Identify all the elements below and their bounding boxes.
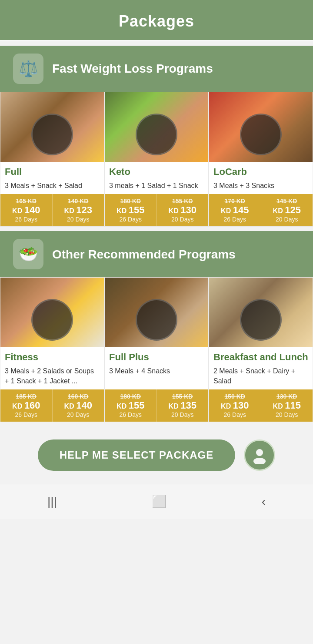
card-title-full: Full: [5, 166, 100, 178]
card-image-fullplus: [105, 278, 208, 347]
price-original-fullplus-0: 180 KD: [107, 393, 154, 400]
price-days-fullplus-0: 26 Days: [107, 411, 154, 418]
price-col-fullplus-1: 155 KD KD 135 20 Days: [157, 389, 209, 422]
card-full[interactable]: Full 3 Meals + Snack + Salad 165 KD KD 1…: [0, 92, 104, 227]
card-title-fitness: Fitness: [5, 352, 100, 363]
price-current-fitness-0: KD 160: [3, 400, 50, 411]
card-desc-fullplus: 3 Meals + 4 Snacks: [109, 366, 204, 376]
price-days-locarb-1: 20 Days: [264, 216, 310, 223]
header-divider: [0, 40, 313, 41]
price-current-locarb-0: KD 145: [212, 205, 258, 216]
card-image-keto: [105, 92, 208, 162]
price-days-full-0: 26 Days: [3, 216, 50, 223]
card-desc-locarb: 3 Meals + 3 Snacks: [213, 181, 308, 191]
card-body-keto: Keto 3 meals + 1 Salad + 1 Snack: [105, 162, 208, 194]
price-days-full-1: 20 Days: [55, 216, 102, 223]
price-col-locarb-0: 170 KD KD 145 26 Days: [209, 194, 261, 226]
card-title-breakfast-lunch: Breakfast and Lunch: [213, 352, 308, 363]
price-original-keto-0: 180 KD: [107, 198, 154, 205]
card-pricing-full: 165 KD KD 140 26 Days 140 KD KD 123 20 D…: [0, 194, 104, 226]
card-image-full: [0, 92, 104, 162]
price-current-full-0: KD 140: [3, 205, 50, 216]
price-days-keto-1: 20 Days: [160, 216, 206, 223]
price-original-full-1: 140 KD: [55, 198, 102, 205]
price-current-fullplus-1: KD 135: [160, 400, 206, 411]
svg-point-0: [256, 449, 263, 456]
section-banner-other-recommended: 🥗 Other Recommended Programs: [0, 231, 313, 277]
card-body-breakfast-lunch: Breakfast and Lunch 2 Meals + Snack + Da…: [209, 347, 313, 389]
price-original-fitness-0: 185 KD: [3, 393, 50, 400]
nav-recent-icon[interactable]: ‹: [262, 495, 266, 509]
price-days-keto-0: 26 Days: [107, 216, 154, 223]
card-body-fitness: Fitness 3 Meals + 2 Salads or Soups + 1 …: [0, 347, 104, 389]
price-days-locarb-0: 26 Days: [212, 216, 258, 223]
price-current-fitness-1: KD 140: [55, 400, 102, 411]
section-banner-fast-weight-loss: ⚖️ Fast Weight Loss Programs: [0, 46, 313, 92]
card-image-fitness: [0, 278, 104, 347]
price-col-fullplus-0: 180 KD KD 155 26 Days: [105, 389, 157, 422]
price-col-locarb-1: 145 KD KD 125 20 Days: [261, 194, 313, 226]
price-current-full-1: KD 123: [55, 205, 102, 216]
sections-container: ⚖️ Fast Weight Loss Programs Full 3 Meal…: [0, 46, 313, 422]
price-current-keto-0: KD 155: [107, 205, 154, 216]
bottom-nav-bar: ||| ⬜ ‹: [0, 484, 313, 519]
card-image-locarb: [209, 92, 313, 162]
price-days-fullplus-1: 20 Days: [160, 411, 206, 418]
price-days-fitness-0: 26 Days: [3, 411, 50, 418]
price-original-breakfast-lunch-1: 130 KD: [264, 393, 310, 400]
price-current-keto-1: KD 130: [160, 205, 206, 216]
price-original-full-0: 165 KD: [3, 198, 50, 205]
card-breakfast-lunch[interactable]: Breakfast and Lunch 2 Meals + Snack + Da…: [209, 277, 313, 422]
card-fitness[interactable]: Fitness 3 Meals + 2 Salads or Soups + 1 …: [0, 277, 104, 422]
price-col-full-0: 165 KD KD 140 26 Days: [0, 194, 53, 226]
card-pricing-breakfast-lunch: 150 KD KD 130 26 Days 130 KD KD 115 20 D…: [209, 389, 313, 422]
cards-grid-other-recommended: Fitness 3 Meals + 2 Salads or Soups + 1 …: [0, 277, 313, 422]
banner-text-other-recommended: Other Recommended Programs: [52, 247, 236, 262]
card-pricing-fitness: 185 KD KD 160 26 Days 160 KD KD 140 20 D…: [0, 389, 104, 422]
help-section: HELP ME SELECT PACKAGE: [0, 422, 313, 484]
price-days-fitness-1: 20 Days: [55, 411, 102, 418]
card-desc-fitness: 3 Meals + 2 Salads or Soups + 1 Snack + …: [5, 366, 100, 386]
price-original-fitness-1: 160 KD: [55, 393, 102, 400]
price-current-locarb-1: KD 125: [264, 205, 310, 216]
nav-home-icon[interactable]: ⬜: [152, 494, 167, 509]
nav-back-icon[interactable]: |||: [47, 495, 57, 509]
banner-text-fast-weight-loss: Fast Weight Loss Programs: [52, 61, 213, 76]
price-original-locarb-1: 145 KD: [264, 198, 310, 205]
price-col-full-1: 140 KD KD 123 20 Days: [53, 194, 104, 226]
card-pricing-keto: 180 KD KD 155 26 Days 155 KD KD 130 20 D…: [105, 194, 208, 226]
card-title-fullplus: Full Plus: [109, 352, 204, 363]
cards-grid-fast-weight-loss: Full 3 Meals + Snack + Salad 165 KD KD 1…: [0, 92, 313, 227]
card-image-breakfast-lunch: [209, 278, 313, 347]
price-col-keto-0: 180 KD KD 155 26 Days: [105, 194, 157, 226]
card-desc-full: 3 Meals + Snack + Salad: [5, 181, 100, 191]
price-col-breakfast-lunch-1: 130 KD KD 115 20 Days: [261, 389, 313, 422]
card-title-locarb: LoCarb: [213, 166, 308, 178]
price-col-breakfast-lunch-0: 150 KD KD 130 26 Days: [209, 389, 261, 422]
card-fullplus[interactable]: Full Plus 3 Meals + 4 Snacks 180 KD KD 1…: [104, 277, 209, 422]
price-days-breakfast-lunch-1: 20 Days: [264, 411, 310, 418]
price-current-fullplus-0: KD 155: [107, 400, 154, 411]
page-title: Packages: [0, 12, 313, 30]
price-current-breakfast-lunch-0: KD 130: [212, 400, 258, 411]
price-col-fitness-1: 160 KD KD 140 20 Days: [53, 389, 104, 422]
price-col-keto-1: 155 KD KD 130 20 Days: [157, 194, 209, 226]
card-desc-keto: 3 meals + 1 Salad + 1 Snack: [109, 181, 204, 191]
price-current-breakfast-lunch-1: KD 115: [264, 400, 310, 411]
card-keto[interactable]: Keto 3 meals + 1 Salad + 1 Snack 180 KD …: [104, 92, 209, 227]
card-locarb[interactable]: LoCarb 3 Meals + 3 Snacks 170 KD KD 145 …: [209, 92, 313, 227]
card-body-full: Full 3 Meals + Snack + Salad: [0, 162, 104, 194]
card-title-keto: Keto: [109, 166, 204, 178]
help-avatar[interactable]: [244, 439, 275, 471]
banner-icon-fast-weight-loss: ⚖️: [13, 54, 43, 84]
price-days-breakfast-lunch-0: 26 Days: [212, 411, 258, 418]
svg-point-1: [253, 458, 266, 464]
page-header: Packages: [0, 0, 313, 40]
card-pricing-locarb: 170 KD KD 145 26 Days 145 KD KD 125 20 D…: [209, 194, 313, 226]
help-select-package-button[interactable]: HELP ME SELECT PACKAGE: [38, 439, 235, 471]
price-original-locarb-0: 170 KD: [212, 198, 258, 205]
card-desc-breakfast-lunch: 2 Meals + Snack + Dairy + Salad: [213, 366, 308, 386]
price-original-keto-1: 155 KD: [160, 198, 206, 205]
card-body-locarb: LoCarb 3 Meals + 3 Snacks: [209, 162, 313, 194]
banner-icon-other-recommended: 🥗: [13, 239, 43, 269]
